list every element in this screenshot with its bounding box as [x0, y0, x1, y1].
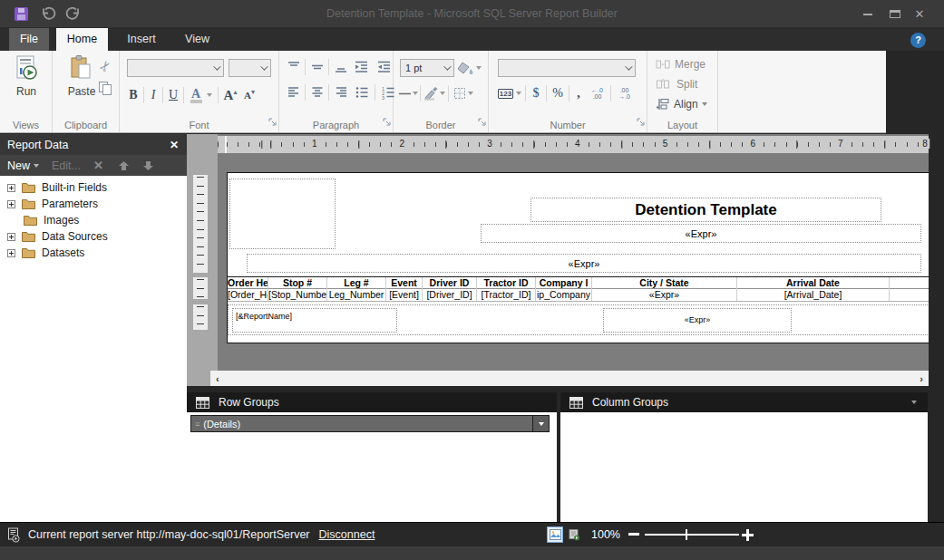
- paragraph-dialog-launcher[interactable]: [383, 113, 391, 130]
- border-color-button[interactable]: [423, 86, 446, 101]
- close-button[interactable]: ✕: [910, 7, 929, 21]
- shrink-font-button[interactable]: A▾: [240, 90, 258, 101]
- expand-icon[interactable]: [7, 184, 15, 192]
- font-color-dropdown[interactable]: [207, 93, 212, 97]
- edit-button[interactable]: Edit...: [52, 159, 81, 172]
- tab-file[interactable]: File: [9, 28, 49, 51]
- zoom-in-button[interactable]: [742, 529, 754, 541]
- report-design-surface[interactable]: Detention Template «Expr» «Expr» Order H…: [227, 172, 929, 343]
- number-dialog-launcher[interactable]: [637, 113, 645, 130]
- run-view-button[interactable]: [566, 526, 582, 543]
- zoom-slider-thumb[interactable]: [686, 529, 687, 540]
- expand-icon[interactable]: [7, 200, 15, 208]
- move-up-button[interactable]: [118, 160, 130, 171]
- help-button[interactable]: ?: [910, 33, 926, 48]
- cut-button[interactable]: ✂: [96, 58, 114, 74]
- tab-insert[interactable]: Insert: [118, 28, 165, 51]
- folder-icon: [22, 198, 35, 209]
- run-button[interactable]: Run: [5, 55, 48, 113]
- border-dialog-launcher[interactable]: [478, 113, 486, 130]
- italic-button[interactable]: I: [146, 88, 161, 102]
- tree-item-images[interactable]: Images: [0, 212, 187, 228]
- folder-icon: [22, 247, 35, 258]
- number-format-button[interactable]: 123: [496, 89, 523, 99]
- font-name-select[interactable]: [127, 59, 224, 77]
- comma-button[interactable]: ,: [571, 86, 586, 101]
- maximize-button[interactable]: [885, 7, 905, 21]
- report-title-textbox[interactable]: Detention Template: [530, 198, 881, 222]
- delete-button[interactable]: ✕: [93, 159, 103, 172]
- group-label-number: Number: [489, 120, 647, 130]
- row-group-details[interactable]: ≡ (Details): [190, 415, 550, 432]
- align-button[interactable]: Align: [656, 96, 707, 112]
- minimize-icon: [863, 14, 872, 15]
- tab-home[interactable]: Home: [56, 28, 108, 52]
- minimize-button[interactable]: [858, 7, 878, 21]
- bullet-list-button[interactable]: [350, 85, 373, 100]
- align-center-button[interactable]: [307, 85, 326, 100]
- scroll-left-icon[interactable]: ‹: [210, 373, 225, 384]
- border-width-select[interactable]: 1 pt: [400, 59, 454, 77]
- align-top-button[interactable]: [284, 60, 303, 74]
- bold-button[interactable]: B: [125, 88, 141, 102]
- decrease-decimal-button[interactable]: .00 →.0: [613, 87, 636, 100]
- percent-button[interactable]: %: [549, 86, 567, 101]
- align-bottom-button[interactable]: [331, 60, 350, 74]
- expand-icon[interactable]: [7, 249, 15, 257]
- scroll-right-icon[interactable]: ›: [914, 373, 929, 384]
- zoom-out-button[interactable]: [628, 533, 639, 536]
- new-button[interactable]: New: [7, 159, 39, 172]
- copy-button[interactable]: [96, 80, 114, 96]
- zoom-slider-track[interactable]: [645, 534, 739, 536]
- chevron-down-icon: [34, 164, 39, 168]
- border-line-style-button[interactable]: [398, 86, 418, 101]
- expr-textbox-1[interactable]: «Expr»: [481, 224, 921, 243]
- tree-item-built-in-fields[interactable]: Built-in Fields: [0, 179, 187, 196]
- increase-indent-button[interactable]: [373, 60, 395, 74]
- tab-view[interactable]: View: [176, 28, 219, 51]
- zoom-level: 100%: [591, 523, 620, 546]
- font-size-select[interactable]: [229, 59, 271, 77]
- ribbon-group-views: Run Views: [0, 51, 53, 132]
- fill-color-button[interactable]: [458, 59, 482, 77]
- footer-expr-textbox[interactable]: «Expr»: [603, 308, 792, 333]
- currency-button[interactable]: $: [528, 86, 544, 101]
- expand-icon[interactable]: [7, 233, 15, 241]
- page-footer-section[interactable]: [&ReportName] «Expr»: [228, 304, 929, 335]
- column-groups-dropdown[interactable]: [911, 401, 917, 404]
- image-placeholder[interactable]: [229, 179, 336, 249]
- disconnect-link[interactable]: Disconnect: [319, 528, 375, 541]
- report-name-textbox[interactable]: [&ReportName]: [232, 308, 397, 333]
- align-middle-button[interactable]: [307, 60, 326, 74]
- move-down-button[interactable]: [142, 160, 154, 171]
- split-button[interactable]: Split: [656, 76, 697, 92]
- decrease-indent-button[interactable]: [350, 60, 373, 74]
- details-dropdown-button[interactable]: [532, 416, 549, 431]
- design-view-button[interactable]: [547, 526, 563, 543]
- number-format-select[interactable]: [498, 59, 636, 77]
- underline-button[interactable]: U: [165, 88, 181, 102]
- redo-button[interactable]: [63, 5, 83, 22]
- tree-item-parameters[interactable]: Parameters: [0, 196, 187, 212]
- report-data-close-icon[interactable]: ✕: [170, 139, 179, 151]
- tree-item-data-sources[interactable]: Data Sources: [0, 228, 187, 245]
- ribbon-tab-row: File Home Insert View ?: [0, 27, 944, 51]
- save-button[interactable]: [11, 5, 31, 22]
- undo-icon: [40, 6, 56, 21]
- undo-button[interactable]: [38, 5, 58, 22]
- ribbon-group-clipboard: Paste ✂ Clipboard: [53, 51, 120, 132]
- status-bar: Current report server http://may-doc-sql…: [0, 522, 944, 546]
- grow-font-button[interactable]: A▴: [220, 88, 240, 103]
- expr-textbox-2[interactable]: «Expr»: [247, 254, 921, 273]
- horizontal-scrollbar[interactable]: ‹ ›: [210, 371, 929, 386]
- merge-button[interactable]: Merge: [656, 56, 706, 72]
- increase-decimal-button[interactable]: ←.0 .00: [586, 87, 608, 100]
- font-color-button[interactable]: A: [186, 88, 206, 103]
- detail-table[interactable]: Order He[Order_He Stop #[Stop_Number] Le…: [228, 276, 929, 302]
- align-right-button[interactable]: [331, 85, 350, 100]
- font-dialog-launcher[interactable]: [268, 113, 277, 130]
- group-label-border: Border: [394, 120, 488, 130]
- border-apply-button[interactable]: [451, 86, 474, 101]
- align-left-button[interactable]: [284, 85, 303, 100]
- tree-item-datasets[interactable]: Datasets: [0, 245, 187, 261]
